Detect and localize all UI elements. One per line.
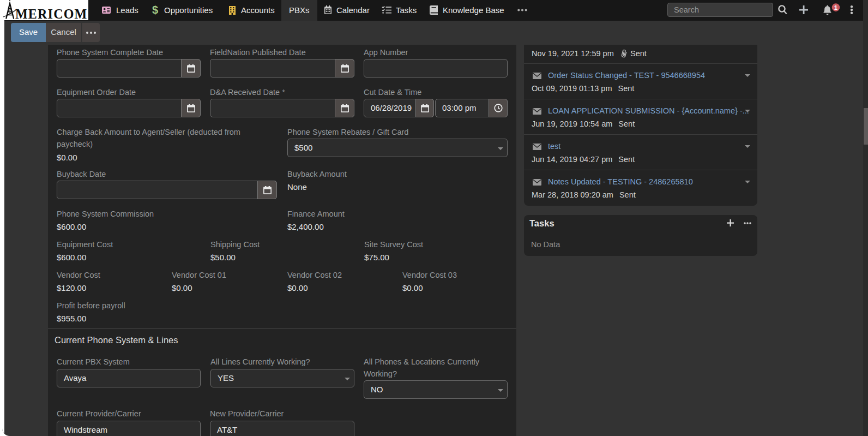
- svg-text:1: 1: [834, 4, 838, 11]
